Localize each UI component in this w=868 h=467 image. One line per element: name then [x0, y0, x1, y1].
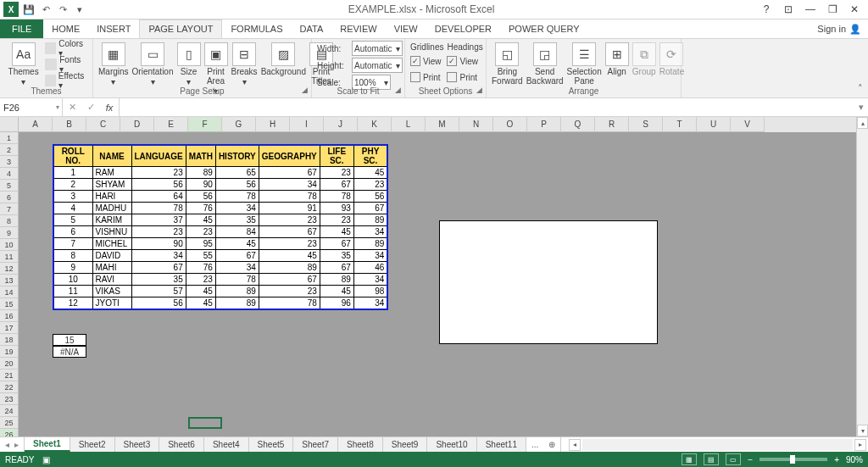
- cells-area[interactable]: Page 1 ROLL NO.NAMELANGUAGEMATHHISTORYGE…: [19, 132, 856, 436]
- sheet-tab-sheet11[interactable]: Sheet11: [477, 437, 526, 452]
- background-button[interactable]: ▨Background: [261, 41, 306, 76]
- table-cell[interactable]: 5: [53, 214, 92, 226]
- tab-home[interactable]: HOME: [43, 19, 88, 38]
- scroll-down-icon[interactable]: ▾: [857, 425, 868, 436]
- table-header[interactable]: LANGUAGE: [131, 145, 186, 167]
- table-cell[interactable]: 90: [131, 238, 186, 250]
- table-cell[interactable]: 55: [186, 250, 215, 262]
- table-cell[interactable]: 90: [186, 179, 215, 191]
- sheet-tab-sheet1[interactable]: Sheet1: [25, 437, 70, 452]
- table-cell[interactable]: 45: [320, 226, 353, 238]
- zoom-thumb[interactable]: [790, 455, 795, 464]
- name-box[interactable]: F26: [0, 98, 63, 116]
- active-cell[interactable]: [188, 417, 222, 429]
- table-cell[interactable]: 37: [131, 214, 186, 226]
- tab-review[interactable]: REVIEW: [331, 19, 385, 38]
- sheet-tab-sheet7[interactable]: Sheet7: [293, 437, 338, 452]
- table-cell[interactable]: 2: [53, 179, 92, 191]
- row-header-4[interactable]: 4: [0, 168, 19, 180]
- sheet-tab-sheet3[interactable]: Sheet3: [115, 437, 160, 452]
- table-header[interactable]: MATH: [186, 145, 215, 167]
- row-header-12[interactable]: 12: [0, 263, 19, 275]
- table-header[interactable]: PHY SC.: [353, 145, 387, 167]
- table-cell[interactable]: 78: [320, 191, 353, 203]
- table-cell[interactable]: 34: [259, 179, 320, 191]
- col-header-O[interactable]: O: [493, 117, 527, 132]
- headings-print-check[interactable]: [447, 72, 457, 82]
- sheet-tab-sheet5[interactable]: Sheet5: [249, 437, 294, 452]
- sheet-tab-sheet2[interactable]: Sheet2: [70, 437, 115, 452]
- themes-button[interactable]: AaThemes▾: [5, 41, 42, 86]
- table-cell[interactable]: 35: [131, 274, 186, 286]
- table-cell[interactable]: 56: [131, 179, 186, 191]
- col-header-L[interactable]: L: [392, 117, 426, 132]
- col-header-A[interactable]: A: [19, 117, 53, 132]
- table-cell[interactable]: 34: [353, 226, 387, 238]
- table-cell[interactable]: 56: [353, 191, 387, 203]
- cell-b20[interactable]: #N/A: [53, 346, 86, 358]
- table-cell[interactable]: 23: [259, 238, 320, 250]
- col-header-M[interactable]: M: [426, 117, 459, 132]
- row-header-16[interactable]: 16: [0, 310, 19, 322]
- sign-in[interactable]: Sign in 👤: [810, 19, 868, 38]
- fonts-button[interactable]: Fonts ▾: [45, 57, 87, 72]
- row-header-11[interactable]: 11: [0, 251, 19, 263]
- table-cell[interactable]: 56: [215, 179, 259, 191]
- vertical-scrollbar[interactable]: ▴ ▾: [856, 117, 868, 436]
- table-cell[interactable]: 23: [259, 214, 320, 226]
- table-cell[interactable]: JYOTI: [92, 297, 131, 309]
- table-cell[interactable]: 23: [259, 286, 320, 297]
- row-header-6[interactable]: 6: [0, 192, 19, 203]
- table-cell[interactable]: 67: [259, 226, 320, 238]
- col-header-I[interactable]: I: [290, 117, 324, 132]
- sheet-nav-next-icon[interactable]: ▸: [14, 440, 19, 449]
- tab-view[interactable]: VIEW: [386, 19, 426, 38]
- col-header-E[interactable]: E: [154, 117, 188, 132]
- row-header-5[interactable]: 5: [0, 180, 19, 192]
- row-header-1[interactable]: 1: [0, 132, 19, 144]
- zoom-out-icon[interactable]: −: [748, 455, 753, 464]
- table-header[interactable]: HISTORY: [215, 145, 259, 167]
- table-cell[interactable]: 78: [131, 203, 186, 214]
- col-header-U[interactable]: U: [697, 117, 731, 132]
- normal-view-icon[interactable]: ▦: [682, 453, 697, 465]
- row-header-22[interactable]: 22: [0, 381, 19, 393]
- table-cell[interactable]: 67: [353, 203, 387, 214]
- table-header[interactable]: ROLL NO.: [53, 145, 92, 167]
- sheet-tab-sheet8[interactable]: Sheet8: [338, 437, 383, 452]
- col-header-G[interactable]: G: [222, 117, 256, 132]
- align-button[interactable]: ⊞Align: [605, 41, 629, 76]
- table-cell[interactable]: 45: [186, 297, 215, 309]
- row-header-10[interactable]: 10: [0, 239, 19, 251]
- table-cell[interactable]: 3: [53, 191, 92, 203]
- col-header-T[interactable]: T: [663, 117, 697, 132]
- table-cell[interactable]: 67: [320, 238, 353, 250]
- formula-input[interactable]: [120, 98, 854, 116]
- qat-customize-icon[interactable]: ▾: [73, 3, 86, 16]
- col-header-B[interactable]: B: [53, 117, 86, 132]
- table-header[interactable]: NAME: [92, 145, 131, 167]
- col-header-N[interactable]: N: [459, 117, 493, 132]
- close-icon[interactable]: ✕: [844, 1, 865, 18]
- table-cell[interactable]: 9: [53, 262, 92, 274]
- minimize-icon[interactable]: —: [800, 1, 821, 18]
- send-backward-button[interactable]: ◲Send Backward: [526, 41, 564, 86]
- table-cell[interactable]: 23: [186, 226, 215, 238]
- table-cell[interactable]: 35: [215, 214, 259, 226]
- table-cell[interactable]: 23: [186, 274, 215, 286]
- margins-button[interactable]: ▦Margins▾: [98, 41, 129, 86]
- sheet-nav-prev-icon[interactable]: ◂: [5, 440, 9, 449]
- table-cell[interactable]: 67: [215, 250, 259, 262]
- height-combo[interactable]: Automatic▾: [352, 58, 403, 73]
- table-cell[interactable]: 45: [215, 238, 259, 250]
- cancel-formula-icon[interactable]: ✕: [63, 102, 81, 113]
- worksheet-grid[interactable]: ABCDEFGHIJKLMNOPQRSTUV 12345678910111213…: [0, 117, 856, 436]
- table-cell[interactable]: 98: [353, 286, 387, 297]
- table-cell[interactable]: 96: [320, 297, 353, 309]
- table-cell[interactable]: RAM: [92, 167, 131, 179]
- table-cell[interactable]: MAHI: [92, 262, 131, 274]
- chart-placeholder[interactable]: [439, 220, 658, 344]
- tab-developer[interactable]: DEVELOPER: [426, 19, 500, 38]
- tab-power-query[interactable]: POWER QUERY: [500, 19, 588, 38]
- save-icon[interactable]: 💾: [22, 3, 36, 16]
